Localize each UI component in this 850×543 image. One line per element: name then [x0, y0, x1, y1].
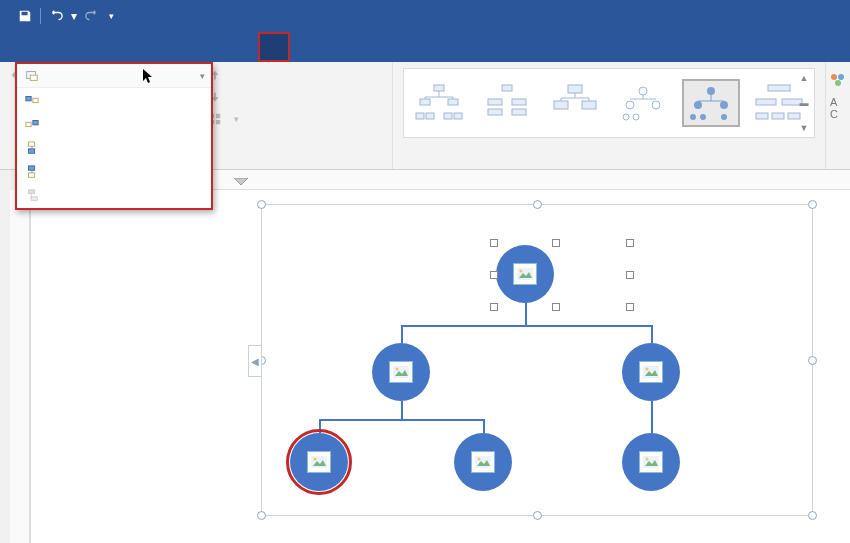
svg-point-30	[707, 87, 715, 95]
svg-rect-57	[29, 166, 35, 170]
layouts-gallery-more[interactable]: ▲▬▼	[796, 73, 812, 133]
svg-point-35	[721, 114, 727, 120]
svg-point-68	[396, 368, 399, 371]
layout-option-4[interactable]	[614, 79, 672, 127]
svg-rect-4	[426, 113, 434, 119]
picture-placeholder-icon[interactable]	[471, 451, 495, 473]
diagram-node-l2b[interactable]	[622, 343, 690, 401]
svg-rect-17	[554, 101, 568, 109]
add-shape-dropdown: ▾	[15, 62, 213, 210]
svg-rect-58	[29, 173, 35, 177]
svg-rect-1	[420, 99, 430, 105]
tab-insert[interactable]	[62, 32, 90, 62]
svg-point-77	[478, 458, 481, 461]
svg-rect-16	[568, 85, 582, 93]
svg-rect-78	[643, 456, 659, 468]
tab-smartart-design[interactable]	[258, 32, 290, 62]
diagram-node-l3c[interactable]	[622, 433, 690, 491]
add-shape-above[interactable]	[17, 136, 211, 160]
svg-rect-55	[29, 149, 35, 153]
layouts-gallery[interactable]: ▲▬▼	[403, 68, 815, 138]
svg-rect-0	[434, 85, 444, 91]
svg-rect-5	[444, 113, 452, 119]
change-colors-icon[interactable]	[830, 72, 846, 88]
svg-rect-50	[26, 97, 31, 101]
svg-rect-2	[448, 99, 458, 105]
tab-references[interactable]	[146, 32, 174, 62]
diagram-node-root[interactable]	[496, 245, 564, 303]
add-shape-after[interactable]	[17, 88, 211, 112]
svg-rect-60	[29, 190, 35, 194]
tab-layout[interactable]	[118, 32, 146, 62]
picture-placeholder-icon[interactable]	[513, 263, 537, 285]
title-bar: ▾ ▾	[0, 0, 850, 32]
smartart-canvas[interactable]: ◀	[261, 204, 813, 516]
diagram-node-l2a[interactable]	[372, 343, 440, 401]
redo-button[interactable]	[81, 5, 103, 27]
svg-rect-40	[756, 99, 776, 105]
svg-rect-63	[517, 268, 533, 280]
add-shape-before[interactable]	[17, 112, 211, 136]
svg-point-32	[720, 101, 728, 109]
indent-marker-icon[interactable]	[234, 176, 248, 190]
svg-point-45	[831, 74, 837, 80]
picture-placeholder-icon[interactable]	[639, 451, 663, 473]
svg-point-46	[838, 74, 844, 80]
undo-button[interactable]	[45, 5, 67, 27]
tab-view[interactable]	[230, 32, 258, 62]
svg-rect-53	[33, 121, 38, 125]
diagram-node-l3a[interactable]	[290, 433, 358, 491]
add-shape-icon	[25, 69, 39, 83]
svg-rect-13	[512, 99, 526, 105]
layout-option-3[interactable]	[546, 79, 604, 127]
svg-point-31	[694, 101, 702, 109]
svg-point-65	[520, 270, 523, 273]
tab-review[interactable]	[202, 32, 230, 62]
svg-rect-66	[393, 366, 409, 378]
tab-smartart-format[interactable]	[290, 32, 318, 62]
svg-rect-18	[582, 101, 596, 109]
svg-rect-72	[311, 456, 327, 468]
document-area[interactable]: ◀	[30, 190, 850, 543]
svg-point-23	[639, 87, 647, 95]
move-down-button[interactable]	[208, 86, 368, 108]
tab-home[interactable]	[34, 32, 62, 62]
qat-customize-dropdown[interactable]: ▾	[105, 5, 117, 27]
ruler-vertical	[10, 190, 30, 543]
svg-point-80	[646, 458, 649, 461]
tab-file[interactable]	[6, 32, 34, 62]
save-button[interactable]	[14, 5, 36, 27]
svg-rect-42	[756, 113, 768, 119]
svg-rect-75	[475, 456, 491, 468]
layout-option-5-selected[interactable]	[682, 79, 740, 127]
tab-design[interactable]	[90, 32, 118, 62]
add-shape-below[interactable]	[17, 160, 211, 184]
diagram-node-l3b[interactable]	[454, 433, 522, 491]
add-assistant	[17, 184, 211, 208]
add-shape-button[interactable]: ▾	[17, 64, 211, 88]
picture-placeholder-icon[interactable]	[639, 361, 663, 383]
svg-point-74	[314, 458, 317, 461]
svg-point-26	[623, 114, 629, 120]
layout-option-1[interactable]	[410, 79, 468, 127]
svg-point-71	[646, 368, 649, 371]
ribbon-tabs	[0, 32, 850, 62]
svg-rect-54	[29, 142, 35, 146]
picture-placeholder-icon[interactable]	[389, 361, 413, 383]
undo-dropdown[interactable]: ▾	[69, 5, 79, 27]
svg-rect-43	[772, 113, 784, 119]
svg-rect-3	[416, 113, 424, 119]
cursor-icon	[143, 69, 155, 88]
svg-rect-49	[30, 75, 37, 80]
svg-rect-69	[643, 366, 659, 378]
layouts-group-label	[403, 138, 815, 144]
layout-dropdown-button[interactable]: ▾	[208, 108, 368, 130]
svg-rect-51	[33, 98, 38, 102]
tab-mailings[interactable]	[174, 32, 202, 62]
text-pane-toggle[interactable]: ◀	[248, 345, 262, 377]
move-up-button[interactable]	[208, 64, 368, 86]
svg-rect-15	[512, 109, 526, 115]
svg-rect-11	[502, 85, 512, 91]
layout-option-2[interactable]	[478, 79, 536, 127]
picture-placeholder-icon[interactable]	[307, 451, 331, 473]
